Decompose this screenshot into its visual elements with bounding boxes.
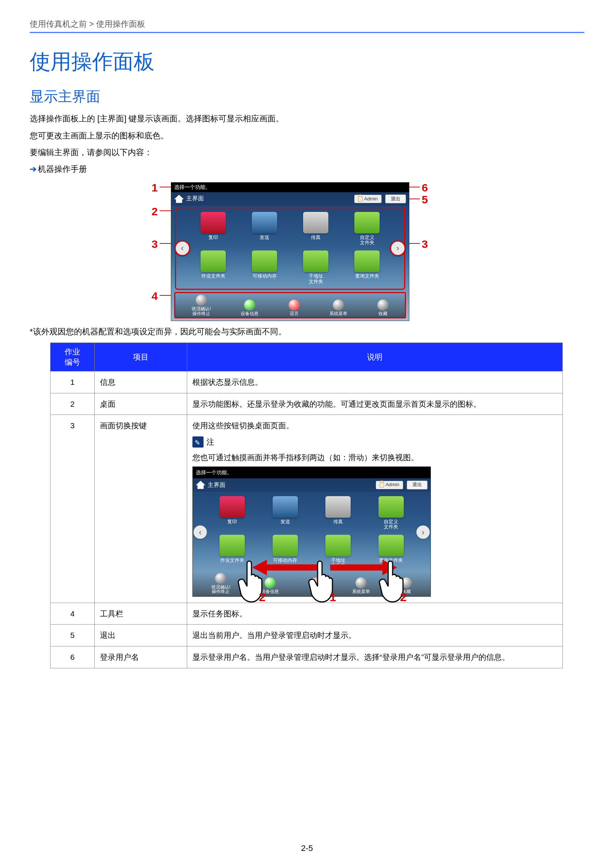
callout-3-right: 3	[421, 238, 428, 251]
tile-label: 自定义 文件夹	[360, 235, 375, 246]
task-system-menu[interactable]: 系统菜单	[330, 299, 347, 316]
status-icon	[196, 294, 207, 306]
cell-item: 画面切换按键	[95, 415, 187, 603]
send-icon	[273, 496, 298, 518]
callout-1: 1	[152, 181, 158, 194]
page-prev-button[interactable]: ‹	[174, 240, 190, 256]
task-label: 设备信息	[241, 312, 258, 316]
leader-4	[160, 295, 173, 296]
login-username[interactable]: Admin	[354, 195, 381, 203]
tile-polling-box[interactable]: 查询文件夹	[344, 251, 390, 284]
polling-box-icon	[354, 251, 379, 272]
logout-button[interactable]: 退出	[385, 194, 406, 203]
task-label: 系统菜单	[330, 312, 347, 316]
para-3: 要编辑主界面，请参阅以下内容：	[30, 145, 584, 160]
lock-icon	[358, 196, 362, 202]
hand-number-left: 2	[259, 588, 266, 607]
leader-3r	[409, 243, 420, 244]
annotated-screenshot: 1 2 3 4 6 5 3 选择一个功能。 主界面 Admin 退出	[145, 182, 435, 321]
cell-item: 信息	[95, 372, 187, 394]
task-language[interactable]: 语言	[289, 299, 300, 316]
tile-job-box[interactable]: 作业文件夹	[190, 251, 236, 284]
cell-desc: 显示功能图标。还显示登录为收藏的功能。可通过更改页面显示首页未显示的图标。	[187, 393, 563, 415]
task-device-info[interactable]: 设备信息	[241, 299, 258, 316]
tile-label: 发送	[260, 235, 269, 240]
tile-label: 子地址 文件夹	[309, 273, 323, 284]
device-info-icon	[244, 299, 255, 311]
tile-subaddress-box[interactable]: 子地址 文件夹	[293, 251, 339, 284]
tile-removable-memory[interactable]: 可移动内存	[261, 535, 309, 569]
login-username[interactable]: Admin	[376, 481, 403, 489]
tile-fax[interactable]: 传真	[314, 496, 362, 530]
cell-num: 2	[51, 393, 95, 415]
tile-send[interactable]: 发送	[241, 212, 288, 246]
reference-text: 机器操作手册	[38, 164, 87, 174]
callout-2: 2	[152, 205, 158, 218]
page: 使用传真机之前 > 使用操作面板 使用操作面板 显示主界面 选择操作面板上的 […	[0, 0, 614, 868]
page-title-h1: 使用操作面板	[30, 48, 584, 76]
tile-label: 自定义 文件夹	[384, 519, 398, 530]
swipe-illustration: 选择一个功能。 主界面 Admin 退出 ‹	[193, 467, 431, 597]
cell-desc: 显示任务图标。	[187, 603, 563, 625]
device-info-icon	[264, 577, 276, 589]
task-status[interactable]: 状况确认/ 操作终止	[192, 294, 211, 316]
para-1: 选择操作面板上的 [主界面] 键显示该画面。选择图标可显示相应画面。	[30, 111, 584, 126]
table-row: 4 工具栏 显示任务图标。	[51, 603, 563, 625]
page-next-button[interactable]: ›	[390, 240, 406, 256]
th-num: 作业 编号	[51, 343, 95, 372]
subaddress-box-icon	[303, 251, 328, 272]
table-row: 2 桌面 显示功能图标。还显示登录为收藏的功能。可通过更改页面显示首页未显示的图…	[51, 393, 563, 415]
callout-6: 6	[421, 181, 428, 194]
send-icon	[252, 212, 277, 233]
status-icon	[215, 573, 226, 584]
reference-link[interactable]: ➔机器操作手册	[30, 164, 584, 175]
callout-3-left: 3	[152, 238, 158, 251]
cell-item: 退出	[95, 625, 187, 646]
cell-num: 6	[51, 646, 95, 668]
tile-removable-memory[interactable]: 可移动内存	[241, 251, 288, 284]
tile-custom-box[interactable]: 自定义 文件夹	[367, 496, 415, 530]
custom-box-icon	[379, 496, 404, 518]
tile-fax[interactable]: 传真	[293, 212, 339, 246]
tile-send[interactable]: 发送	[261, 496, 309, 530]
task-system-menu[interactable]: 系统菜单	[352, 577, 370, 594]
callout-5: 5	[421, 193, 428, 206]
admin-label: Admin	[385, 481, 399, 489]
cell-desc: 显示登录用户名。当用户登录管理启动时才显示。选择“登录用户名”可显示登录用户的信…	[187, 646, 563, 668]
job-box-icon	[201, 251, 226, 272]
task-label: 系统菜单	[352, 589, 370, 594]
device-home-screen: 选择一个功能。 主界面 Admin 退出 ‹ › 复印 发送 传真	[171, 182, 409, 321]
tile-label: 复印	[227, 519, 237, 524]
cell-item: 工具栏	[95, 603, 187, 625]
logout-button[interactable]: 退出	[407, 480, 427, 490]
usb-icon	[252, 251, 277, 272]
page-prev-button[interactable]: ‹	[194, 525, 207, 539]
screen2-titlebar: 选择一个功能。	[193, 467, 431, 478]
tile-custom-box[interactable]: 自定义 文件夹	[344, 212, 390, 246]
screen2-topbar: 主界面 Admin 退出	[193, 478, 431, 492]
polling-box-icon	[379, 535, 404, 556]
tile-label: 查询文件夹	[355, 273, 379, 279]
fax-icon	[303, 212, 328, 233]
tile-copy[interactable]: 复印	[208, 496, 256, 530]
tile-copy[interactable]: 复印	[190, 212, 236, 246]
hand-number-right: 2	[400, 588, 407, 607]
copy-icon	[201, 212, 226, 233]
task-favorites[interactable]: 收藏	[378, 299, 389, 316]
task-status[interactable]: 状况确认/ 操作终止	[211, 573, 230, 594]
tile-label: 作业文件夹	[201, 273, 225, 279]
tile-label: 可移动内存	[253, 273, 277, 279]
header-rule	[30, 32, 584, 33]
tile-label: 可移动内存	[273, 558, 297, 563]
th-desc: 说明	[187, 343, 563, 372]
cell-num: 4	[51, 603, 95, 625]
usb-icon	[273, 535, 298, 556]
cell-num: 3	[51, 415, 95, 603]
taskbar: 状况确认/ 操作终止 设备信息 语言 系统菜单 收藏	[174, 292, 406, 318]
note-label: 注	[207, 436, 215, 448]
tile-label: 复印	[208, 235, 218, 240]
task-label: 状况确认/ 操作终止	[192, 307, 211, 316]
tile-label: 发送	[280, 519, 290, 524]
callout-4: 4	[152, 290, 158, 302]
page-next-button[interactable]: ›	[417, 525, 430, 539]
